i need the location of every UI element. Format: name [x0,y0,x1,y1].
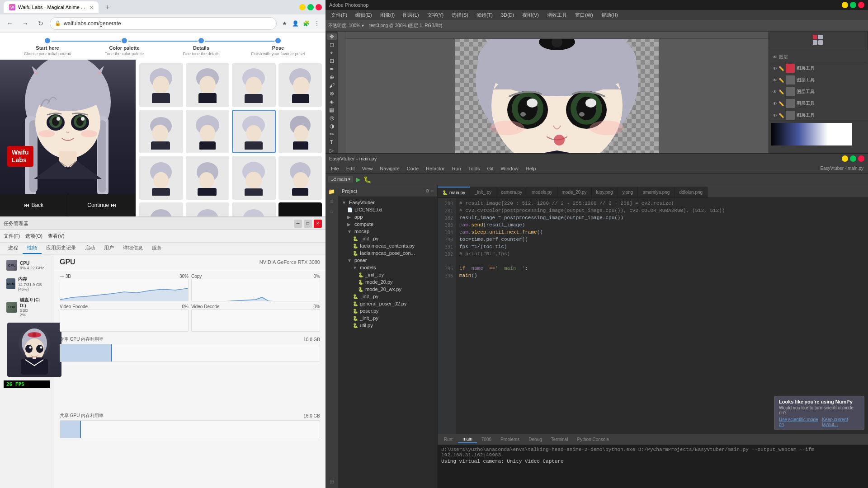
numpy-link-2[interactable]: Keep current layout... [822,417,859,427]
pc-menu-view[interactable]: View [359,165,377,172]
pc-file-tree[interactable]: ▼ EasyVtuber 📄 LICENSE.txt ▶ app ▶ compu… [338,197,437,488]
pc-bottom-tab-problems[interactable]: Problems [496,436,524,443]
ps-menu-text[interactable]: 文字(Y) [424,11,448,19]
close-button[interactable] [316,4,322,10]
numpy-notification[interactable]: Looks like you're using NumPy Would you … [774,396,864,430]
tm-tab-history[interactable]: 应用历史记录 [42,243,80,254]
lasso-tool[interactable]: ⌖ [327,50,337,56]
ps-menu-edit[interactable]: 编辑(E) [352,11,376,19]
pc-file-init-models[interactable]: 🐍 _init_.py [356,271,435,278]
pc-tab-mode20[interactable]: mode_20.py [557,187,592,197]
clone-tool[interactable]: ⊗ [327,90,337,97]
extension-icon[interactable]: 🧩 [301,19,311,28]
step-pose[interactable]: Pose Finish with your favorite pose! [240,38,316,56]
pose-item-6[interactable] [186,110,230,154]
pose-item-8[interactable] [278,110,322,154]
pc-menu-help[interactable]: Help [522,165,540,172]
profile-icon[interactable]: 👤 [290,19,300,28]
tm-tab-services[interactable]: 服务 [147,243,166,254]
tm-menu-options[interactable]: 选项(O) [25,232,42,240]
pose-item-11[interactable] [232,156,276,200]
ps-maximize-btn[interactable] [850,2,856,8]
brush-tool[interactable]: 🖌 [327,82,337,89]
ps-menu-file[interactable]: 文件(F) [327,11,351,19]
minimize-button[interactable] [299,4,306,10]
path-tool[interactable]: ▷ [327,147,337,153]
pc-bottom-tab-python-console[interactable]: Python Console [573,436,614,443]
pose-grid-panel[interactable]: ↻ [136,60,326,216]
pc-maximize-btn[interactable] [850,155,856,162]
bookmark-icon[interactable]: ★ [279,19,289,28]
address-bar[interactable]: 🔒 waifulabs.com/generate [50,17,277,30]
pose-item-12[interactable] [278,156,322,200]
pose-item-1[interactable] [139,63,183,107]
ps-layer-5[interactable]: 👁 ✏️ 图层工具 [771,109,866,121]
tm-tab-performance[interactable]: 性能 [23,243,42,254]
pc-folder-poser[interactable]: ▼ poser [345,257,435,264]
pc-file-init2[interactable]: 🐍 _init_.py [351,314,435,322]
tm-menu-file[interactable]: 文件(F) [4,232,20,240]
numpy-link-1[interactable]: Use scientific mode on [779,417,818,427]
ps-minimize-btn[interactable] [842,2,848,8]
pc-file-license[interactable]: 📄 LICENSE.txt [345,206,435,213]
pc-tab-camera[interactable]: camera.py [496,187,527,197]
ps-menu-filter[interactable]: 滤镜(T) [473,11,496,19]
pose-item-refresh[interactable]: ↻ [278,202,322,217]
tm-tab-startup[interactable]: 启动 [80,243,99,254]
pc-file-poser[interactable]: 🐍 poser.py [351,307,435,314]
pc-bookmark-icon[interactable]: ☆ [327,207,336,216]
pc-editor[interactable]: 280 281 282 383 384 390 391 392 395 396 [438,198,868,434]
tm-sidebar-disk[interactable]: HDD 磁盘 0 (C: D:) SSD 2% [4,295,50,319]
pc-menu-refactor[interactable]: Refactor [422,165,448,172]
ps-menu-layer[interactable]: 图层(L) [399,11,422,19]
gradient-tool[interactable]: ▦ [327,107,337,113]
step-color-palette[interactable]: Color palette Tune the color palette [86,38,163,56]
ps-close-btn[interactable] [858,2,864,8]
move-tool[interactable]: ✥ [327,33,337,40]
ps-menu-3d[interactable]: 3D(D) [497,11,518,19]
pose-item-7[interactable] [232,110,276,154]
new-tab-button[interactable]: + [102,2,113,13]
pc-terminal-icon[interactable]: ⊞ [327,477,336,486]
ps-layer-2[interactable]: 👁 ✏️ 图层工具 [771,74,866,86]
forward-nav-button[interactable]: → [19,17,32,30]
pc-tab-lupy[interactable]: lupy.png [592,187,618,197]
pc-menu-git[interactable]: Git [484,165,497,172]
pc-tab-models[interactable]: models.py [527,187,557,197]
pc-root-folder[interactable]: ▼ EasyVtuber [340,199,435,206]
blur-tool[interactable]: ◎ [327,115,337,121]
pc-folder-app[interactable]: ▶ app [345,213,435,221]
pc-tab-main[interactable]: 🐍 main.py [438,187,470,197]
select-tool[interactable]: ◻ [327,42,337,48]
pc-file-facialmocap[interactable]: 🐍 facialmocap_contents.py [351,242,435,249]
pose-item-5[interactable] [139,110,183,154]
tm-tab-users[interactable]: 用户 [99,243,118,254]
pose-item-4[interactable] [278,63,322,107]
back-nav-button[interactable]: ← [4,17,16,30]
tm-minimize-btn[interactable]: ─ [294,220,302,228]
pose-item-14[interactable] [186,202,230,217]
pc-file-init-poser[interactable]: 🐍 _init_.py [351,293,435,300]
color-picker-gradient[interactable] [771,123,852,150]
ps-canvas[interactable] [455,39,659,153]
pc-bottom-tab-debug[interactable]: Debug [524,436,546,443]
pc-tab-amemiya[interactable]: amemiya.png [638,187,675,197]
tm-tab-details[interactable]: 详细信息 [118,243,147,254]
ps-layer-3[interactable]: 👁 ✏️ 图层工具 [771,86,866,98]
browser-tab[interactable]: W Waifu Labs - Magical Anime ... ✕ [4,1,99,13]
pc-file-mode20[interactable]: 🐍 mode_20.py [356,278,435,286]
continue-button[interactable]: Continue ⏭ [68,194,136,216]
crop-tool[interactable]: ⊡ [327,58,337,64]
pc-menu-window[interactable]: Window [497,165,522,172]
pc-file-facialmocap-pose[interactable]: 🐍 facialmocap_pose_con... [351,249,435,257]
pc-folder-models[interactable]: ▼ models [351,264,435,271]
eyedropper-tool[interactable]: ✒ [327,66,337,72]
eraser-tool[interactable]: ◈ [327,99,337,105]
pc-folder-compute[interactable]: ▶ compute [345,221,435,228]
ps-menu-window[interactable]: 窗口(W) [571,11,597,19]
refresh-button[interactable]: ↻ [34,17,47,30]
debug-button[interactable]: 🐛 [363,176,371,183]
tm-maximize-btn[interactable]: □ [304,220,312,228]
pc-menu-run[interactable]: Run [448,165,465,172]
ps-menu-view[interactable]: 视图(V) [519,11,542,19]
